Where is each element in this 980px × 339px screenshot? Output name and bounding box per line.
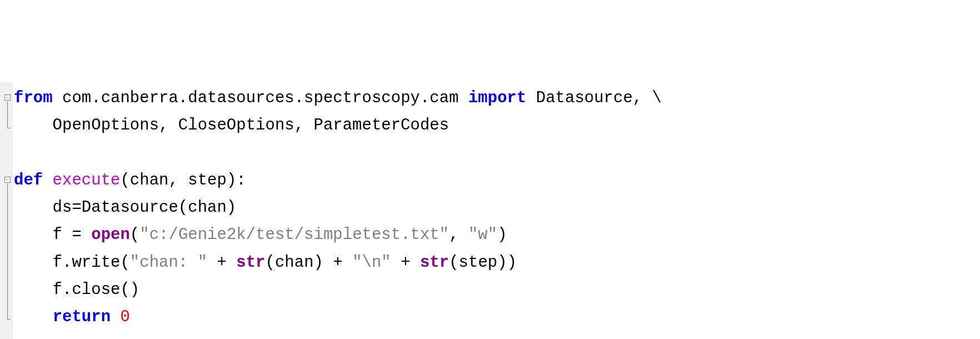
fold-toggle-icon[interactable]: − bbox=[4, 177, 11, 183]
keyword: import bbox=[468, 89, 526, 107]
fold-gutter: − − − bbox=[0, 82, 13, 339]
keyword: from bbox=[14, 89, 53, 107]
builtin: str bbox=[236, 253, 265, 272]
builtin: str bbox=[420, 253, 449, 272]
code-text: + bbox=[391, 253, 420, 272]
code-line: f.close() bbox=[14, 276, 662, 303]
code-line: return 0 bbox=[14, 303, 662, 331]
code-text bbox=[14, 308, 53, 326]
code-text: (chan, step): bbox=[120, 171, 246, 190]
code-line: f.write("chan: " + str(chan) + "\n" + st… bbox=[14, 249, 662, 276]
blank-line bbox=[14, 139, 662, 166]
code-line: f = open("c:/Genie2k/test/simpletest.txt… bbox=[14, 221, 662, 248]
code-line: ds=Datasource(chan) bbox=[14, 194, 662, 221]
fold-end bbox=[7, 319, 11, 320]
fold-guide bbox=[7, 101, 8, 128]
code-content[interactable]: from com.canberra.datasources.spectrosco… bbox=[13, 82, 662, 339]
string-literal: "\n" bbox=[352, 253, 391, 272]
fold-end bbox=[7, 128, 11, 128]
code-text: + bbox=[207, 253, 236, 272]
code-text: Datasource, \ bbox=[526, 89, 662, 107]
builtin: open bbox=[91, 226, 130, 244]
code-line: from com.canberra.datasources.spectrosco… bbox=[14, 84, 662, 112]
code-text: (chan) + bbox=[266, 253, 353, 272]
fold-guide bbox=[7, 183, 8, 319]
blank-line bbox=[14, 331, 662, 339]
code-line: def execute(chan, step): bbox=[14, 167, 662, 194]
code-text: ) bbox=[497, 226, 507, 244]
code-text: (step)) bbox=[449, 253, 517, 272]
code-text: , bbox=[449, 226, 468, 244]
fold-toggle-icon[interactable]: − bbox=[4, 94, 11, 101]
string-literal: "c:/Genie2k/test/simpletest.txt" bbox=[139, 226, 449, 244]
string-literal: "chan: " bbox=[130, 253, 207, 272]
code-text: com.canberra.datasources.spectroscopy.ca… bbox=[53, 89, 468, 107]
code-line: OpenOptions, CloseOptions, ParameterCode… bbox=[14, 112, 662, 139]
code-text: ( bbox=[130, 226, 139, 244]
code-text bbox=[111, 308, 120, 326]
keyword: return bbox=[53, 308, 111, 326]
string-literal: "w" bbox=[468, 226, 497, 244]
number-literal: 0 bbox=[120, 308, 129, 326]
code-editor[interactable]: − − − from com.canberra.datasources.spec… bbox=[0, 82, 980, 339]
function-name: execute bbox=[43, 171, 120, 190]
